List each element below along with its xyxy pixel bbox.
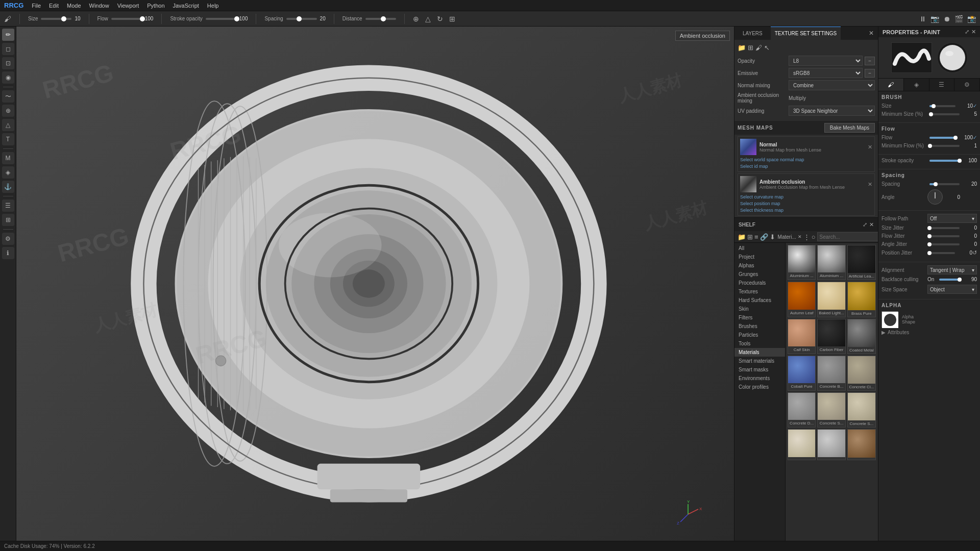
shelf-cat-particles[interactable]: Particles: [734, 331, 785, 339]
material-picker[interactable]: ◈: [2, 166, 14, 179]
menu-python[interactable]: Python: [147, 3, 164, 9]
tab-layers[interactable]: LAYERS: [739, 27, 767, 40]
uv-padding-select[interactable]: 3D Space Neighbor: [789, 106, 875, 116]
shelf-link-icon[interactable]: 🔗: [760, 233, 768, 241]
brush-icon[interactable]: 🖌: [4, 15, 11, 23]
prop-tab-layers[interactable]: ☰: [929, 79, 955, 91]
menu-help[interactable]: Help: [207, 3, 219, 9]
alpha-thumb[interactable]: [881, 311, 898, 328]
shelf-cat-brushes[interactable]: Brushes: [734, 322, 785, 331]
size-jitter-slider[interactable]: [929, 227, 960, 229]
smudge-tool[interactable]: 〜: [2, 90, 14, 103]
size-space-dropdown[interactable]: Object ▾: [927, 285, 977, 294]
info-tool[interactable]: ℹ: [2, 247, 14, 259]
pause-icon[interactable]: ⏸: [919, 15, 926, 23]
menu-viewport[interactable]: Viewport: [117, 3, 139, 9]
shelf-cat-textures[interactable]: Textures: [734, 287, 785, 296]
panel-close-btn[interactable]: ✕: [869, 30, 874, 37]
film-icon[interactable]: 🎬: [954, 15, 963, 23]
material-item[interactable]: [817, 429, 845, 460]
material-item[interactable]: [788, 429, 816, 460]
flip-icon[interactable]: △: [425, 15, 431, 23]
bake-mesh-maps-btn[interactable]: Bake Mesh Maps: [824, 123, 875, 133]
paint-tool[interactable]: ✏: [2, 29, 14, 41]
shelf-grid-icon[interactable]: ⊞: [747, 233, 753, 241]
menu-javascript[interactable]: JavaScript: [173, 3, 199, 9]
emissive-select[interactable]: sRGB8: [789, 68, 863, 78]
material-item[interactable]: Coated Metal: [847, 319, 876, 354]
shelf-close-icon[interactable]: ✕: [869, 221, 874, 228]
shelf-folder-icon[interactable]: 📁: [738, 233, 746, 241]
layers-tool[interactable]: ☰: [2, 199, 14, 212]
menu-file[interactable]: File: [32, 3, 41, 9]
material-item[interactable]: Cobalt Pure: [788, 356, 816, 391]
shelf-cat-hard-surfaces[interactable]: Hard Surfaces: [734, 296, 785, 305]
material-item[interactable]: Concrete B...: [817, 356, 845, 391]
select-thickness-link[interactable]: Select thickness map: [740, 207, 872, 213]
normal-map-close[interactable]: ✕: [868, 144, 872, 151]
clone-tool[interactable]: ⊕: [2, 105, 14, 117]
tex-cursor-icon[interactable]: ↖: [764, 44, 770, 52]
rotate-icon[interactable]: ↻: [437, 15, 443, 23]
material-item[interactable]: Aluminium ...: [788, 245, 816, 280]
tex-paint-icon[interactable]: 🖌: [755, 44, 762, 52]
shelf-cat-skin[interactable]: Skin: [734, 305, 785, 313]
material-item[interactable]: Autumn Leaf: [788, 282, 816, 317]
select-id-map-link[interactable]: Select id map: [740, 163, 872, 169]
shelf-cat-materials[interactable]: Materials: [734, 348, 785, 357]
size-slider[interactable]: [41, 18, 71, 20]
material-item[interactable]: Concrete S...: [817, 392, 845, 428]
prop-tab-material[interactable]: ◈: [904, 79, 929, 91]
shelf-cat-tools[interactable]: Tools: [734, 339, 785, 348]
material-item[interactable]: Concrete D...: [788, 392, 816, 428]
shelf-search-input[interactable]: [817, 232, 878, 241]
backface-slider[interactable]: [939, 279, 960, 281]
shelf-cat-grunges[interactable]: Grunges: [734, 270, 785, 279]
material-item[interactable]: Calf Skin: [788, 319, 816, 354]
shelf-cat-all[interactable]: All: [734, 244, 785, 253]
shelf-import-icon[interactable]: ⬇: [770, 233, 775, 241]
alignment-dropdown[interactable]: Tangent | Wrap ▾: [927, 265, 977, 274]
menu-edit[interactable]: Edit: [49, 3, 59, 9]
prop-tab-settings[interactable]: ⚙: [954, 79, 980, 91]
shelf-cat-procedurals[interactable]: Procedurals: [734, 279, 785, 287]
spacing-slider[interactable]: [286, 18, 317, 20]
prop-expand-icon[interactable]: ⤢: [965, 29, 969, 35]
stroke-prop-slider[interactable]: [929, 160, 960, 162]
position-jitter-slider[interactable]: [929, 252, 955, 254]
eraser-tool[interactable]: ◻: [2, 43, 14, 55]
screenshot-icon[interactable]: 📸: [967, 15, 976, 23]
opacity-minus[interactable]: −: [865, 57, 875, 65]
material-item[interactable]: Concrete Cl...: [847, 356, 876, 391]
projection-tool[interactable]: ⊡: [2, 57, 14, 69]
text-tool[interactable]: T: [2, 133, 14, 145]
shelf-cat-environments[interactable]: Environments: [734, 374, 785, 383]
material-item[interactable]: Baked Light...: [817, 282, 845, 317]
flow-check[interactable]: ✓: [973, 135, 977, 140]
flow-jitter-slider[interactable]: [929, 235, 960, 237]
tex-folder-icon[interactable]: 📁: [738, 44, 746, 52]
prop-tab-brush[interactable]: 🖌: [878, 79, 904, 91]
position-jitter-reset[interactable]: ↺: [972, 249, 977, 256]
grid-tool[interactable]: ⊞: [2, 214, 14, 226]
select-curvature-link[interactable]: Select curvature map: [740, 194, 872, 200]
select-position-link[interactable]: Select position map: [740, 201, 872, 207]
shelf-filter-close[interactable]: ✕: [798, 234, 802, 239]
record-icon[interactable]: ⏺: [943, 15, 950, 23]
viewport-mode-dropdown[interactable]: Ambient occlusion: [675, 31, 730, 41]
material-item[interactable]: Concrete S...: [847, 392, 876, 428]
min-size-slider[interactable]: [929, 113, 960, 115]
size-check[interactable]: ✓: [973, 103, 977, 109]
anchor-tool[interactable]: ⚓: [2, 181, 14, 193]
material-item[interactable]: [847, 429, 876, 460]
wrap-icon[interactable]: ⊞: [449, 15, 455, 23]
settings-tool[interactable]: ⚙: [2, 233, 14, 245]
ao-map-close[interactable]: ✕: [868, 181, 872, 188]
prop-close-icon[interactable]: ✕: [971, 29, 976, 35]
shelf-cat-alphas[interactable]: Alphas: [734, 261, 785, 270]
flow-prop-slider[interactable]: [929, 137, 955, 139]
follow-path-dropdown[interactable]: Off ▾: [927, 214, 977, 223]
tex-grid-icon[interactable]: ⊞: [748, 44, 753, 52]
flow-slider[interactable]: [111, 18, 142, 20]
shelf-cat-smart-materials[interactable]: Smart materials: [734, 357, 785, 365]
